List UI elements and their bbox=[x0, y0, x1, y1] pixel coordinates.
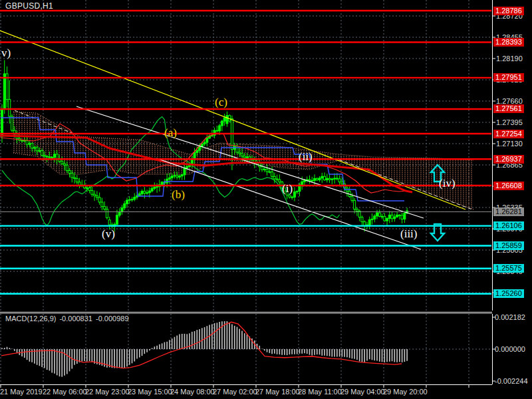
time-axis-label: 27 May 02:00 bbox=[213, 388, 257, 396]
wave-count-label[interactable]: (a) bbox=[164, 126, 177, 140]
candle-body bbox=[361, 217, 363, 222]
candle-body bbox=[166, 179, 168, 183]
candle-body bbox=[276, 179, 278, 180]
wave-count-label[interactable]: v) bbox=[1, 47, 11, 60]
resistance-price-badge[interactable]: 1.27254 bbox=[493, 130, 524, 138]
candle-body bbox=[354, 200, 356, 209]
wave-count-label[interactable]: (iii) bbox=[400, 227, 418, 241]
candle-body bbox=[21, 140, 23, 141]
candle-body bbox=[41, 151, 43, 156]
candle-body bbox=[141, 192, 143, 194]
candle-body bbox=[96, 196, 98, 198]
price-axis-label: 1.27395 bbox=[496, 118, 523, 127]
wave-count-label[interactable]: (iv) bbox=[439, 177, 456, 190]
candle-body bbox=[273, 176, 275, 179]
macd-indicator-label: MACD(12,26,9)-0.000831-0.000989 bbox=[5, 315, 129, 323]
candle-body bbox=[91, 191, 93, 195]
candle-body bbox=[271, 172, 273, 176]
wave-count-label[interactable]: (i) bbox=[282, 182, 293, 196]
wave-count-label[interactable]: (ii) bbox=[299, 150, 313, 164]
candle-body bbox=[303, 180, 305, 182]
candle-body bbox=[239, 152, 241, 154]
candle-body bbox=[266, 169, 268, 172]
symbol-period-label: GBPUSD,H1 bbox=[5, 1, 53, 11]
candle-body bbox=[221, 121, 223, 126]
candle-body bbox=[401, 215, 403, 219]
candle-body bbox=[226, 116, 228, 124]
candle-body bbox=[269, 172, 271, 172]
candle-body bbox=[263, 169, 265, 170]
support-price-badge[interactable]: 1.25260 bbox=[493, 289, 524, 298]
candle-body bbox=[1, 109, 3, 136]
time-axis-label: 28 May 11:00 bbox=[298, 388, 342, 396]
candle-body bbox=[146, 193, 148, 194]
current-price-badge: 1.26281 bbox=[493, 207, 524, 216]
candle-body bbox=[241, 154, 243, 156]
candle-body bbox=[279, 180, 281, 182]
resistance-price-badge[interactable]: 1.26608 bbox=[493, 182, 524, 190]
candle-body bbox=[104, 207, 106, 209]
candle-body bbox=[53, 154, 55, 158]
candle-body bbox=[206, 138, 208, 142]
chart-canvas[interactable] bbox=[0, 0, 532, 399]
candle-body bbox=[331, 179, 333, 180]
candle-body bbox=[108, 220, 110, 225]
time-axis-label: 23 May 15:00 bbox=[128, 388, 172, 396]
candle-body bbox=[31, 144, 33, 148]
candle-body bbox=[396, 215, 398, 217]
candle-body bbox=[261, 167, 263, 170]
candle-body bbox=[181, 175, 183, 176]
resistance-price-badge[interactable]: 1.26937 bbox=[493, 155, 524, 164]
wave-count-label[interactable]: (v) bbox=[102, 227, 115, 241]
resistance-price-badge[interactable]: 1.28786 bbox=[493, 7, 524, 15]
candle-body bbox=[64, 164, 66, 165]
macd-name: MACD(12,26,9) bbox=[5, 315, 56, 323]
time-axis-label: 22 May 23:00 bbox=[85, 388, 130, 396]
wave-count-label[interactable]: (c) bbox=[215, 96, 227, 109]
time-axis-label: 27 May 18:00 bbox=[255, 388, 300, 396]
candle-body bbox=[174, 176, 176, 176]
candle-body bbox=[36, 148, 38, 151]
ichimoku-cloud bbox=[13, 112, 473, 209]
candle-body bbox=[88, 188, 90, 190]
descending-trendline-yellow[interactable] bbox=[0, 31, 466, 209]
candle-body bbox=[386, 218, 388, 221]
candle-body bbox=[293, 192, 295, 198]
wave-count-label[interactable]: (b) bbox=[172, 188, 185, 201]
candle-body bbox=[404, 213, 406, 219]
support-price-badge[interactable]: 1.26106 bbox=[493, 221, 524, 230]
candle-body bbox=[329, 178, 331, 180]
resistance-price-badge[interactable]: 1.27951 bbox=[493, 73, 524, 82]
candle-body bbox=[43, 156, 45, 156]
resistance-price-badge[interactable]: 1.28393 bbox=[493, 38, 524, 47]
candle-body bbox=[3, 74, 5, 109]
candle-body bbox=[368, 219, 370, 225]
candle-body bbox=[376, 213, 378, 216]
candle-body bbox=[319, 178, 321, 180]
resistance-price-badge[interactable]: 1.27561 bbox=[493, 104, 524, 113]
candle-body bbox=[68, 170, 70, 173]
price-axis-label: 1.27130 bbox=[496, 140, 523, 148]
candle-body bbox=[351, 197, 353, 201]
price-axis-label: 1.28190 bbox=[496, 55, 523, 63]
candle-body bbox=[94, 194, 96, 196]
candle-body bbox=[374, 216, 376, 219]
candle-body bbox=[324, 176, 326, 180]
candle-body bbox=[86, 188, 88, 188]
support-price-badge[interactable]: 1.25859 bbox=[493, 241, 524, 250]
candle-body bbox=[26, 140, 28, 144]
candle-body bbox=[178, 176, 180, 178]
candle-body bbox=[203, 142, 205, 144]
candle-body bbox=[51, 157, 53, 158]
support-price-badge[interactable]: 1.25575 bbox=[493, 264, 524, 273]
candle-body bbox=[388, 215, 390, 218]
candle-body bbox=[126, 200, 128, 203]
candle-body bbox=[29, 144, 31, 144]
candle-body bbox=[243, 156, 245, 158]
candle-body bbox=[98, 198, 100, 202]
candle-body bbox=[151, 188, 153, 191]
mt4-chart-window: GBPUSD,H1 MACD(12,26,9)-0.000831-0.00098… bbox=[0, 0, 532, 399]
time-axis-label: 22 May 06:00 bbox=[43, 388, 87, 396]
main-chart-area[interactable] bbox=[0, 0, 491, 311]
macd-panel-area[interactable] bbox=[0, 314, 491, 384]
